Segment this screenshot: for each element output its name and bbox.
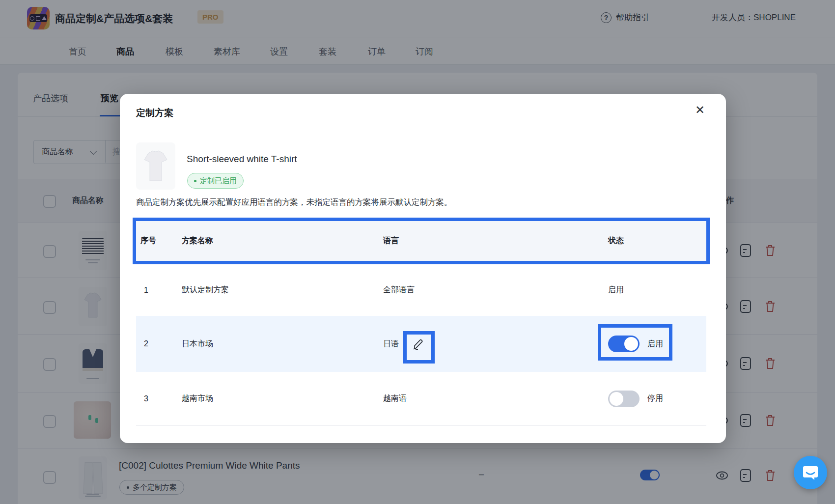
col-index: 序号 bbox=[136, 236, 180, 246]
plan-name: 默认定制方案 bbox=[180, 285, 382, 295]
customization-enabled-badge: 定制已启用 bbox=[187, 173, 244, 189]
chat-launcher-button[interactable] bbox=[794, 456, 827, 489]
plan-name: 越南市场 bbox=[180, 393, 382, 404]
plan-row-default: 1 默认定制方案 全部语言 启用 bbox=[136, 264, 706, 316]
plan-status-text: 启用 bbox=[647, 339, 663, 349]
customization-plan-modal: 定制方案 ✕ Short-sleeved white T-shirt 定制已启用… bbox=[120, 94, 726, 443]
close-icon[interactable]: ✕ bbox=[692, 102, 708, 118]
plan-status-text: 启用 bbox=[608, 285, 706, 295]
plan-status-text: 停用 bbox=[647, 393, 663, 404]
plan-index: 2 bbox=[136, 339, 180, 348]
status-toggle-off[interactable] bbox=[608, 391, 640, 407]
edit-pencil-icon[interactable] bbox=[412, 337, 424, 350]
col-status: 状态 bbox=[608, 236, 706, 246]
plan-row-japan: 2 日本市场 日语 启用 bbox=[136, 316, 706, 372]
col-language: 语言 bbox=[382, 236, 608, 246]
plan-language: 全部语言 bbox=[382, 285, 608, 295]
modal-description: 商品定制方案优先展示配置好应用语言的方案，未指定语言的方案将展示默认定制方案。 bbox=[136, 197, 617, 208]
badge-dot-icon bbox=[194, 180, 196, 182]
status-toggle-on[interactable] bbox=[608, 336, 640, 352]
plan-language: 日语 bbox=[383, 339, 399, 349]
plan-row-vietnam: 3 越南市场 越南语 停用 bbox=[136, 372, 706, 426]
chat-bubble-icon bbox=[801, 463, 820, 482]
modal-product-name: Short-sleeved white T-shirt bbox=[187, 154, 297, 165]
plan-index: 1 bbox=[136, 286, 180, 295]
modal-title: 定制方案 bbox=[136, 107, 173, 119]
col-plan-name: 方案名称 bbox=[180, 236, 382, 246]
plan-table-header: 序号 方案名称 语言 状态 bbox=[133, 218, 710, 264]
product-thumb-white-tshirt bbox=[136, 142, 175, 190]
plan-index: 3 bbox=[136, 394, 180, 403]
plan-language: 越南语 bbox=[382, 393, 608, 404]
plan-name: 日本市场 bbox=[180, 339, 382, 349]
customization-enabled-label: 定制已启用 bbox=[200, 176, 237, 186]
